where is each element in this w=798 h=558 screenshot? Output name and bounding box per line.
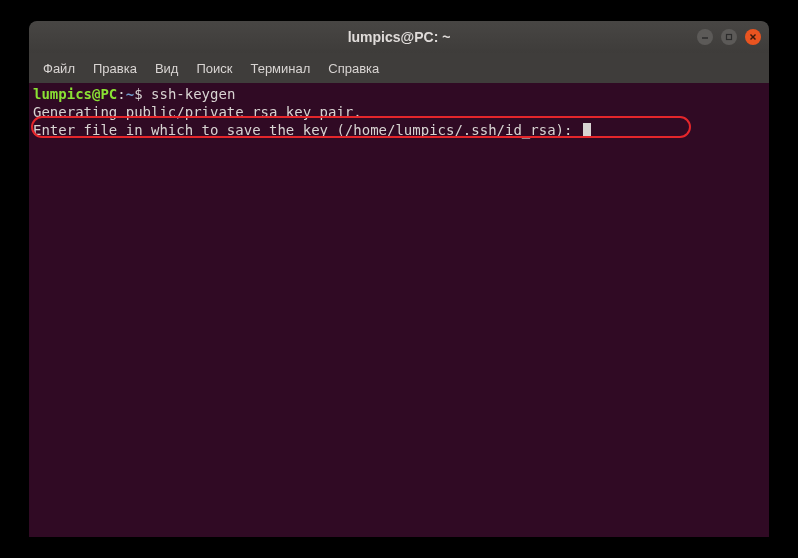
maximize-button[interactable] (721, 29, 737, 45)
terminal-line-3: Enter file in which to save the key (/ho… (33, 121, 765, 139)
terminal-body[interactable]: lumpics@PC:~$ ssh-keygen Generating publ… (29, 83, 769, 537)
menu-terminal[interactable]: Терминал (242, 57, 318, 80)
command-text: ssh-keygen (151, 86, 235, 102)
window-title: lumpics@PC: ~ (348, 29, 451, 45)
svg-rect-1 (727, 35, 732, 40)
prompt-path: ~ (126, 86, 134, 102)
maximize-icon (725, 33, 733, 41)
terminal-window: lumpics@PC: ~ Файл Правка Вид Поиск Терм… (29, 21, 769, 537)
terminal-line-2: Generating public/private rsa key pair. (33, 103, 765, 121)
terminal-line-1: lumpics@PC:~$ ssh-keygen (33, 85, 765, 103)
minimize-button[interactable] (697, 29, 713, 45)
prompt-save-key: Enter file in which to save the key (/ho… (33, 122, 581, 138)
titlebar[interactable]: lumpics@PC: ~ (29, 21, 769, 53)
prompt-dollar: $ (134, 86, 142, 102)
menu-help[interactable]: Справка (320, 57, 387, 80)
close-button[interactable] (745, 29, 761, 45)
window-controls (697, 29, 761, 45)
menu-view[interactable]: Вид (147, 57, 187, 80)
cursor-icon (583, 123, 591, 138)
menubar: Файл Правка Вид Поиск Терминал Справка (29, 53, 769, 83)
menu-edit[interactable]: Правка (85, 57, 145, 80)
menu-search[interactable]: Поиск (188, 57, 240, 80)
minimize-icon (701, 33, 709, 41)
menu-file[interactable]: Файл (35, 57, 83, 80)
prompt-colon: : (117, 86, 125, 102)
prompt-user: lumpics@PC (33, 86, 117, 102)
close-icon (749, 33, 757, 41)
